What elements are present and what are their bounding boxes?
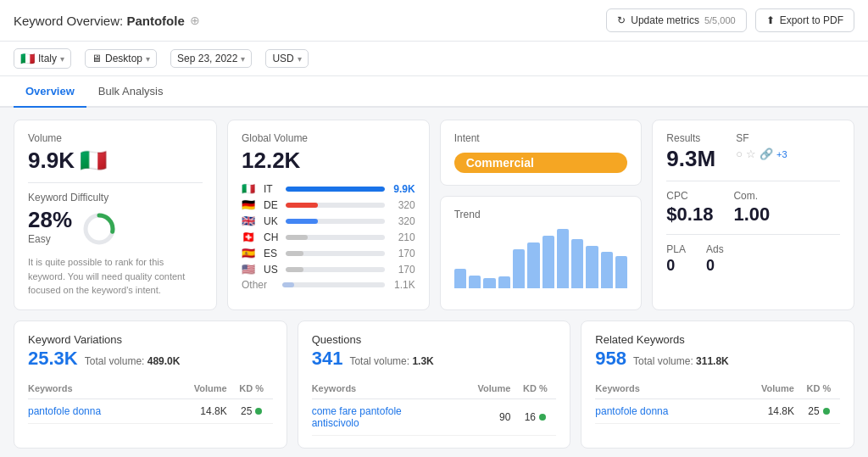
code-it: IT (264, 183, 281, 195)
rk-title: Related Keywords (595, 333, 840, 346)
title-prefix: Keyword Overview: (14, 14, 123, 28)
country-filter[interactable]: 🇮🇹 Italy ▾ (14, 48, 71, 69)
date-arrow-icon: ▾ (241, 54, 245, 64)
card-divider (28, 182, 203, 183)
trend-bar-9 (571, 239, 583, 288)
trend-bar-4 (498, 276, 510, 288)
kv-row-1: pantofole donna 14.8K 25 (28, 399, 273, 424)
device-arrow-icon: ▾ (146, 54, 150, 64)
bar-fill-uk (286, 219, 318, 224)
filters-bar: 🇮🇹 Italy ▾ 🖥 Desktop ▾ Sep 23, 2022 ▾ US… (0, 42, 868, 76)
kv-link-1[interactable]: pantofole donna (28, 405, 164, 417)
kd-description: It is quite possible to rank for this ke… (28, 255, 203, 298)
trend-bar-2 (469, 276, 481, 288)
trend-bar-11 (601, 252, 613, 288)
kv-table-header: Keywords Volume KD % (28, 378, 273, 399)
global-volume-label: Global Volume (242, 132, 415, 144)
rk-kd-dot-1 (823, 408, 830, 415)
code-uk: UK (264, 215, 281, 227)
code-es: ES (264, 248, 281, 259)
volume-number: 9.9K (28, 148, 75, 174)
pla-col: PLA 0 (666, 243, 686, 275)
rk-link-1[interactable]: pantofole donna (595, 405, 732, 417)
country-row-it: 🇮🇹 IT 9.9K (242, 182, 415, 195)
rk-vol-1: 14.8K (735, 405, 794, 417)
bar-bg-other (282, 282, 385, 287)
trend-bar-12 (615, 256, 627, 289)
q-link-1[interactable]: come fare pantofole antiscivolo (312, 405, 448, 429)
device-filter[interactable]: 🖥 Desktop ▾ (85, 49, 157, 68)
com-label: Com. (733, 190, 770, 202)
sf-link-icon: 🔗 (760, 148, 773, 160)
intent-badge: Commercial (454, 153, 628, 173)
update-metrics-button[interactable]: ↻ Update metrics 5/5,000 (606, 8, 746, 32)
trend-bars (454, 229, 628, 288)
q-table-header: Keywords Volume KD % (312, 378, 557, 399)
q-total-label: Total volume: (349, 355, 409, 367)
date-label: Sep 23, 2022 (177, 53, 237, 64)
bar-fill-ch (286, 235, 308, 240)
volume-value: 9.9K 🇮🇹 (28, 148, 203, 174)
flag-es: 🇪🇸 (242, 247, 259, 259)
refresh-icon: ↻ (617, 14, 626, 26)
trend-label: Trend (454, 209, 628, 220)
country-row-other: Other 1.1K (242, 279, 415, 291)
num-ch: 210 (390, 231, 415, 243)
tabs-bar: Overview Bulk Analysis (0, 76, 868, 108)
num-es: 170 (390, 248, 415, 259)
rk-stat: 958 Total volume: 311.8K (595, 348, 840, 370)
kv-stat: 25.3K Total volume: 489.0K (28, 348, 273, 370)
keyword-variations-card: Keyword Variations 25.3K Total volume: 4… (14, 320, 287, 449)
q-count: 341 (312, 348, 343, 370)
country-label: Italy (38, 53, 57, 64)
currency-filter[interactable]: USD ▾ (265, 49, 308, 68)
page-header: Keyword Overview: Pantofole ⊕ ↻ Update m… (0, 0, 868, 42)
intent-label: Intent (454, 132, 628, 144)
flag-us: 🇺🇸 (242, 263, 259, 276)
kd-row: 28% Easy (28, 207, 203, 250)
add-keyword-icon[interactable]: ⊕ (190, 14, 200, 27)
bar-fill-it (286, 187, 385, 192)
trend-bar-8 (557, 229, 569, 288)
tab-bulk-analysis[interactable]: Bulk Analysis (86, 76, 175, 108)
results-col: Results 9.3M (666, 132, 715, 172)
country-row-es: 🇪🇸 ES 170 (242, 247, 415, 259)
export-pdf-button[interactable]: ⬆ Export to PDF (755, 8, 854, 32)
volume-label: Volume (28, 132, 203, 144)
pla-label: PLA (666, 243, 686, 255)
kv-total-value: 489.0K (147, 355, 181, 367)
country-row-ch: 🇨🇭 CH 210 (242, 231, 415, 243)
trend-bar-1 (454, 269, 466, 288)
num-us: 170 (390, 264, 415, 276)
num-uk: 320 (390, 215, 415, 227)
export-label: Export to PDF (780, 14, 843, 26)
kd-value-col: 28% Easy (28, 207, 72, 250)
bar-fill-other (282, 282, 294, 287)
bar-fill-es (286, 251, 303, 256)
rk-total: Total volume: 311.8K (633, 355, 729, 367)
results-top-row: Results 9.3M SF ○ ☆ 🔗 +3 (666, 132, 840, 181)
q-title: Questions (312, 333, 557, 346)
cpc-value: $0.18 (666, 203, 713, 226)
com-col: Com. 1.00 (733, 190, 770, 226)
kv-col-keywords: Keywords (28, 383, 164, 393)
bar-bg-de (286, 203, 385, 208)
trend-bar-3 (483, 278, 495, 288)
currency-label: USD (272, 53, 293, 64)
rk-row-1: pantofole donna 14.8K 25 (595, 399, 840, 424)
other-label: Other (242, 279, 277, 291)
sf-plus: +3 (776, 149, 787, 159)
code-us: US (264, 264, 281, 276)
device-label: Desktop (105, 53, 142, 64)
com-value: 1.00 (733, 203, 770, 226)
intent-trend-col: Intent Commercial Trend (440, 120, 643, 310)
bar-bg-it (286, 187, 385, 192)
tab-overview[interactable]: Overview (14, 76, 86, 108)
kd-difficulty: Easy (28, 233, 72, 245)
intent-card: Intent Commercial (440, 120, 643, 186)
trend-bar-6 (527, 242, 539, 288)
ads-value: 0 (706, 257, 724, 275)
date-filter[interactable]: Sep 23, 2022 ▾ (170, 49, 252, 68)
header-actions: ↻ Update metrics 5/5,000 ⬆ Export to PDF (606, 8, 854, 32)
q-kd-num-1: 16 (525, 411, 536, 423)
